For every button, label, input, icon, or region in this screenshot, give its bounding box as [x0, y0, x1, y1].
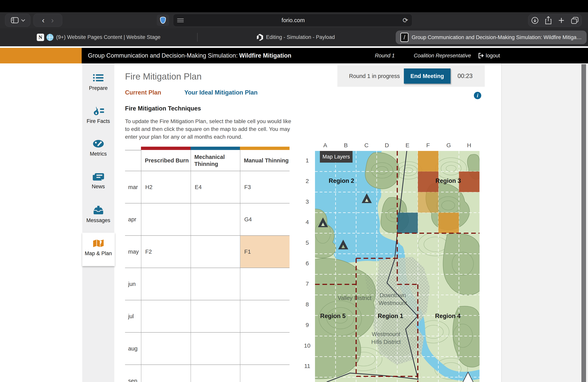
round-indicator: Round 1 — [375, 48, 395, 64]
sidebar-toggle-button[interactable] — [5, 14, 30, 27]
plan-cell-apr-manual-thinning[interactable]: G4 — [240, 203, 290, 235]
map-row-label: 3 — [302, 198, 313, 205]
table-header-row: Prescribed Burn Mechanical Thinning Manu… — [125, 150, 290, 171]
tab-overview-icon[interactable] — [571, 17, 579, 24]
map-cell-G4[interactable] — [439, 212, 459, 233]
logout-label: logout — [486, 53, 500, 59]
map-cell-F3[interactable] — [418, 192, 439, 213]
map-row-label: 6 — [302, 260, 313, 267]
end-meeting-button[interactable]: End Meeting — [404, 68, 451, 84]
url-text[interactable]: forio.com — [184, 17, 403, 23]
plan-cell-apr-mechanical-thinning[interactable] — [190, 203, 240, 235]
plan-cell-jul-mechanical-thinning[interactable] — [190, 300, 240, 332]
sidebar-item-prepare[interactable]: Prepare — [82, 73, 114, 91]
map-canvas: Region 2 Region 3 Region 5 Region 1 Regi… — [315, 151, 480, 382]
region-label: Region 2 — [329, 177, 354, 184]
month-header-cell — [125, 150, 141, 171]
table-row-may: may F2 F1 — [125, 235, 290, 268]
browser-window: ‹ › forio.com ⟳ — [0, 0, 588, 382]
inbox-download-icon — [93, 205, 104, 215]
map-row-label: 5 — [302, 239, 313, 246]
map-layers-button[interactable]: Map Layers — [320, 151, 353, 163]
table-row-jul: jul — [125, 300, 290, 332]
back-button[interactable]: ‹ — [42, 16, 44, 24]
tab-editing-simulation[interactable]: Editing - Simulation - Payload — [198, 28, 394, 46]
sidebar-item-metrics[interactable]: Metrics — [82, 139, 114, 157]
mechanical-thinning-bar — [190, 147, 240, 150]
map-row-label: 11 — [302, 363, 313, 369]
instructions-text: To update the Fire Mitigation Plan, sele… — [125, 117, 292, 141]
sidebar-label: Fire Facts — [82, 118, 114, 124]
district-label: Hills District — [371, 339, 400, 345]
tab-current-plan[interactable]: Current Plan — [125, 89, 161, 96]
wildfire-map[interactable]: Region 2 Region 3 Region 5 Region 1 Regi… — [315, 151, 480, 382]
region-label: Region 4 — [435, 313, 461, 319]
map-row-label: 4 — [302, 219, 313, 225]
shield-icon — [160, 17, 166, 24]
plan-cell-sep-mechanical-thinning[interactable] — [190, 365, 240, 382]
table-row-apr: apr G4 — [125, 203, 290, 235]
plan-cell-jul-prescribed-burn[interactable] — [141, 300, 190, 332]
map-row-label: 9 — [302, 322, 313, 328]
table-row-mar: mar H2 E4 F3 — [125, 171, 290, 203]
plan-cell-apr-prescribed-burn[interactable] — [141, 203, 190, 235]
tab-bar: N (9+) Website Pages Content | Website S… — [0, 28, 588, 46]
map-col-label: B — [336, 142, 356, 149]
plan-cell-may-prescribed-burn[interactable]: F2 — [141, 236, 190, 268]
map-col-label: D — [377, 142, 397, 149]
sidebar-label: Metrics — [82, 151, 114, 157]
address-bar[interactable]: forio.com ⟳ — [173, 14, 412, 27]
plan-cell-may-mechanical-thinning[interactable] — [190, 236, 240, 268]
plan-cell-jun-prescribed-burn[interactable] — [141, 268, 190, 300]
map-cell-H2[interactable] — [459, 171, 480, 192]
info-icon[interactable]: i — [474, 92, 481, 99]
downloads-icon[interactable] — [531, 17, 539, 24]
sidebar-item-news[interactable]: News — [82, 172, 114, 190]
payload-icon — [257, 34, 263, 41]
sidebar-item-map-plan[interactable]: Map & Plan — [82, 239, 114, 256]
plan-cell-jun-manual-thinning[interactable] — [240, 268, 290, 300]
forward-button[interactable]: › — [51, 16, 54, 24]
month-label: aug — [125, 333, 141, 364]
new-tab-icon[interactable] — [558, 17, 565, 24]
plan-cell-jun-mechanical-thinning[interactable] — [190, 268, 240, 300]
tab-ideal-plan[interactable]: Your Ideal Mitigation Plan — [184, 89, 258, 96]
map-cell-E4[interactable] — [397, 212, 418, 233]
plan-cell-jul-manual-thinning[interactable] — [240, 300, 290, 332]
share-icon[interactable] — [545, 16, 552, 25]
tab-website-pages[interactable]: N (9+) Website Pages Content | Website S… — [0, 28, 197, 46]
reload-icon[interactable]: ⟳ — [403, 16, 408, 24]
plan-cell-mar-mechanical-thinning[interactable]: E4 — [190, 171, 240, 203]
plan-cell-sep-prescribed-burn[interactable] — [141, 365, 190, 382]
plan-cell-mar-prescribed-burn[interactable]: H2 — [141, 171, 190, 203]
tab-active-simulation[interactable]: / Group Communication and Decision-Makin… — [396, 31, 587, 44]
reader-view-icon[interactable] — [177, 18, 184, 23]
plan-cell-aug-manual-thinning[interactable] — [240, 333, 290, 364]
plan-cell-mar-manual-thinning[interactable]: F3 — [240, 171, 290, 203]
district-label: Westmount — [372, 331, 400, 337]
folded-map-icon — [93, 239, 104, 248]
plan-cell-may-manual-thinning-selected[interactable]: F1 — [240, 236, 290, 268]
role-indicator: Coalition Representative — [414, 48, 471, 64]
tab-title: Editing - Simulation - Payload — [266, 34, 335, 40]
sidebar-item-fire-facts[interactable]: Fire Facts — [82, 106, 114, 124]
plan-cell-sep-manual-thinning[interactable] — [240, 365, 290, 382]
map-row-label: 7 — [302, 280, 313, 287]
month-label: apr — [125, 203, 141, 235]
privacy-shield-button[interactable] — [157, 15, 169, 26]
sidebar-item-messages[interactable]: Messages — [82, 205, 114, 223]
table-row-sep: sep — [125, 364, 290, 382]
scrollbar-thumb[interactable] — [581, 64, 586, 382]
logout-button[interactable]: logout — [478, 48, 500, 64]
region-label: Region 3 — [436, 177, 461, 184]
plan-cell-aug-mechanical-thinning[interactable] — [190, 333, 240, 364]
map-cell-F1[interactable] — [418, 151, 439, 171]
meeting-timer: 00:23 — [458, 65, 473, 87]
app-title-bold: Wildfire Mitigation — [239, 52, 291, 59]
table-color-bars — [141, 147, 290, 150]
app-title-regular: Group Communication and Decision-Making … — [88, 52, 238, 59]
browser-toolbar: ‹ › forio.com ⟳ — [0, 12, 588, 28]
nav-buttons: ‹ › — [33, 14, 62, 27]
district-label: Downtown — [379, 292, 406, 298]
plan-cell-aug-prescribed-burn[interactable] — [141, 333, 190, 364]
